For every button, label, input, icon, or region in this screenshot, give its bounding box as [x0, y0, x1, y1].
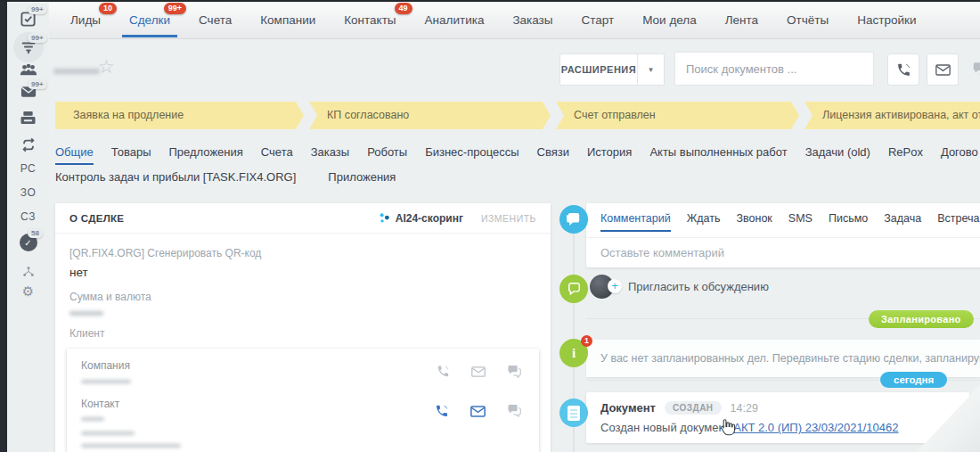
- nav-item-analytics[interactable]: Аналитика: [411, 0, 499, 38]
- document-text-prefix: Создан новый документ: [600, 421, 731, 434]
- deal-tab-history[interactable]: История: [587, 145, 632, 165]
- sidebar-item-settings[interactable]: ⚙: [7, 284, 49, 300]
- invite-label[interactable]: Пригласить к обсуждению: [628, 280, 769, 293]
- deal-tab-task-control[interactable]: Контроль задач и прибыли [TASK.FIX4.ORG]: [55, 170, 296, 188]
- notifications-badge: 58: [28, 228, 43, 238]
- stage-bar-4[interactable]: Лицензия активирована, акт отправлен: [804, 102, 980, 129]
- sum-value-redacted[interactable]: [69, 311, 103, 316]
- sidebar-label-zo: ЗО: [20, 186, 36, 199]
- add-participant-icon[interactable]: +: [608, 279, 622, 293]
- deal-tab-quotes[interactable]: Предложения: [168, 145, 242, 165]
- sidebar-item-mail[interactable]: 99+: [7, 86, 49, 98]
- sidebar-item-employees[interactable]: [7, 62, 49, 77]
- deal-tab-bizproc[interactable]: Бизнес-процессы: [425, 145, 519, 165]
- phone-icon[interactable]: [437, 365, 450, 378]
- tasks-badge: 99+: [28, 4, 47, 14]
- nav-label: Мои дела: [642, 13, 697, 27]
- nav-label: Заказы: [512, 13, 552, 27]
- contact-phone-redacted[interactable]: [81, 444, 181, 448]
- sidebar-item-cashbox[interactable]: [7, 111, 49, 125]
- crm-badge: 99+: [28, 33, 47, 43]
- tab-sms[interactable]: SMS: [788, 212, 813, 232]
- sidebar-item-crm[interactable]: 99+: [7, 39, 49, 55]
- nav-item-companies[interactable]: Компании: [246, 0, 330, 38]
- tab-email[interactable]: Письмо: [829, 212, 868, 232]
- tab-task[interactable]: Задача: [884, 212, 921, 232]
- deal-tab-acts[interactable]: Акты выполненных работ: [649, 145, 787, 165]
- sync-icon: [20, 137, 37, 152]
- chat-button[interactable]: [964, 53, 980, 86]
- chat-icon[interactable]: [507, 366, 521, 378]
- nav-label: Отчёты: [787, 13, 829, 27]
- email-button[interactable]: [927, 53, 959, 86]
- stage-bar-2[interactable]: КП согласовано: [309, 102, 551, 129]
- sidebar-item-notifications[interactable]: ✓ 58: [7, 234, 49, 251]
- invite-row[interactable]: + Пригласить к обсуждению: [590, 275, 769, 299]
- envelope-icon[interactable]: [470, 406, 486, 417]
- favorite-star-icon[interactable]: ☆: [98, 57, 115, 76]
- extensions-button[interactable]: РАСШИРЕНИЯ ▾: [559, 53, 665, 86]
- tab-meeting[interactable]: Встреча: [937, 212, 979, 232]
- sidebar-item-zo[interactable]: ЗО: [7, 186, 49, 199]
- sidebar-item-pc[interactable]: РС: [7, 162, 49, 175]
- contact-email-redacted[interactable]: [81, 431, 135, 435]
- nav-item-orders[interactable]: Заказы: [498, 0, 567, 38]
- chat-icon: [972, 62, 980, 78]
- chat-icon[interactable]: [507, 405, 521, 417]
- leads-count-badge: 10: [99, 3, 117, 14]
- stage-bar-1[interactable]: Заявка на продление: [55, 102, 304, 129]
- chevron-down-icon[interactable]: ▾: [637, 54, 664, 85]
- call-button[interactable]: [887, 53, 919, 86]
- info-count-badge: 1: [581, 335, 592, 347]
- deal-tab-orders[interactable]: Заказы: [311, 145, 349, 165]
- deal-tab-repox[interactable]: RePox: [888, 145, 923, 165]
- nav-label: Сделки: [129, 13, 170, 27]
- deal-tab-products[interactable]: Товары: [111, 145, 151, 165]
- edit-deal-button[interactable]: изменить: [481, 213, 536, 224]
- tab-call[interactable]: Звонок: [737, 212, 772, 232]
- tab-comment[interactable]: Комментарий: [600, 212, 671, 232]
- deal-tab-tasks-old[interactable]: Задачи (old): [805, 145, 870, 165]
- sidebar-item-tasks[interactable]: 99+: [7, 11, 49, 28]
- contact-name-redacted[interactable]: [81, 417, 104, 421]
- deal-tabs-row2: Контроль задач и прибыли [TASK.FIX4.ORG]…: [55, 170, 396, 188]
- nav-item-feed[interactable]: Лента: [711, 0, 772, 38]
- document-event-header: Документ СОЗДАН 14:29: [586, 392, 969, 415]
- tab-wait[interactable]: Ждать: [687, 212, 721, 232]
- comment-stream-icon: [559, 205, 588, 234]
- nav-item-start[interactable]: Старт: [568, 0, 629, 38]
- envelope-icon[interactable]: [471, 366, 486, 377]
- nav-item-my-activities[interactable]: Мои дела: [628, 0, 711, 38]
- nav-label: Счета: [199, 13, 232, 27]
- deal-tab-apps[interactable]: Приложения: [328, 170, 396, 188]
- comment-input[interactable]: Оставьте комментарий: [586, 238, 980, 267]
- nav-item-deals[interactable]: Сделки 99+: [115, 0, 184, 38]
- deal-tab-invoices[interactable]: Счета: [261, 145, 293, 165]
- ai-scoring-icon: [379, 212, 390, 224]
- nav-item-leads[interactable]: Лиды 10: [56, 0, 115, 38]
- deal-tab-links[interactable]: Связи: [537, 145, 569, 165]
- nav-item-contacts[interactable]: Контакты 49: [330, 0, 410, 38]
- deal-tab-robots[interactable]: Роботы: [367, 145, 407, 165]
- ai-scoring-button[interactable]: AI24-скоринг: [379, 212, 463, 225]
- phone-icon[interactable]: [435, 404, 449, 418]
- stage-bar-3[interactable]: Счет отправлен: [556, 102, 799, 129]
- document-link[interactable]: АКТ 2.0 (ИП) 23/03/2021/10462: [733, 421, 898, 434]
- window-left-edge: [0, 0, 7, 452]
- nav-item-invoices[interactable]: Счета: [184, 0, 246, 38]
- deal-tab-general[interactable]: Общие: [55, 145, 94, 165]
- sidebar-item-sync[interactable]: [7, 137, 49, 152]
- avatar: +: [590, 275, 614, 299]
- sidebar-item-structure[interactable]: [7, 266, 49, 277]
- company-value-redacted[interactable]: [81, 380, 131, 383]
- stage-label: Счет отправлен: [574, 109, 656, 121]
- deal-tabs-row1: Общие Товары Предложения Счета Заказы Ро…: [55, 145, 978, 165]
- sidebar-label-sz: СЗ: [20, 210, 36, 223]
- ai-scoring-label: AI24-скоринг: [396, 212, 463, 225]
- nav-item-reports[interactable]: Отчёты: [772, 0, 843, 38]
- search-input[interactable]: [674, 52, 874, 86]
- deal-tab-contracts[interactable]: Договора: [941, 145, 978, 165]
- nav-item-settings[interactable]: Настройки: [843, 0, 930, 38]
- qr-field-value[interactable]: нет: [69, 266, 536, 279]
- sidebar-item-sz[interactable]: СЗ: [7, 210, 49, 223]
